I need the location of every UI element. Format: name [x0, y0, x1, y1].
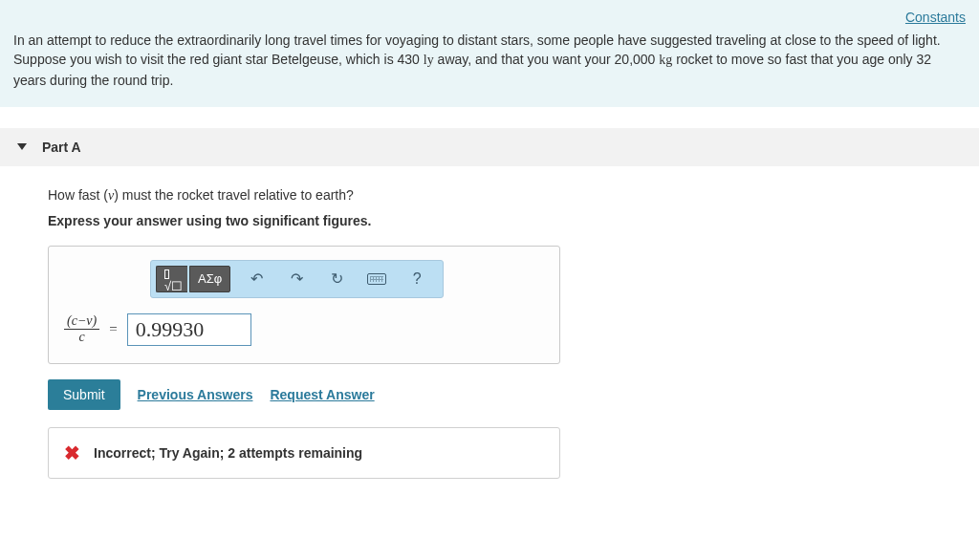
submit-button[interactable]: Submit: [48, 379, 120, 410]
feedback-text: Incorrect; Try Again; 2 attempts remaini…: [94, 445, 362, 461]
templates-button[interactable]: √☐: [156, 266, 187, 292]
redo-button[interactable]: ↷: [280, 266, 313, 292]
caret-down-icon: [17, 143, 27, 150]
reset-icon: ↻: [331, 269, 343, 288]
toolbar-row: √☐ ΑΣφ ↶ ↷ ↻ ?: [49, 247, 559, 308]
unit-kg: kg: [659, 53, 672, 67]
answer-panel: √☐ ΑΣφ ↶ ↷ ↻ ? (c−v) c =: [48, 246, 560, 364]
unit-ly: ly: [424, 53, 434, 67]
math-toolbar: √☐ ΑΣφ ↶ ↷ ↻ ?: [150, 260, 444, 298]
previous-answers-link[interactable]: Previous Answers: [138, 387, 253, 402]
intro-text: In an attempt to reduce the extraordinar…: [13, 31, 966, 90]
undo-button[interactable]: ↶: [240, 266, 272, 292]
question-post: ) must the rocket travel relative to ear…: [114, 187, 354, 203]
constants-link[interactable]: Constants: [905, 10, 966, 25]
redo-icon: ↷: [291, 269, 303, 288]
problem-intro: Constants In an attempt to reduce the ex…: [0, 0, 979, 107]
help-button[interactable]: ?: [401, 266, 433, 292]
keyboard-button[interactable]: [360, 266, 393, 292]
fraction-denominator: c: [64, 330, 99, 345]
keyboard-icon: [367, 273, 386, 285]
request-answer-link[interactable]: Request Answer: [270, 387, 374, 402]
answer-input[interactable]: [127, 313, 251, 346]
reset-button[interactable]: ↻: [320, 266, 353, 292]
input-row: (c−v) c =: [49, 308, 559, 363]
part-header[interactable]: Part A: [0, 128, 979, 166]
templates-icon: √☐: [164, 265, 180, 293]
part-body: How fast (v) must the rocket travel rela…: [0, 166, 979, 488]
question-text: How fast (v) must the rocket travel rela…: [48, 187, 931, 204]
greek-button[interactable]: ΑΣφ: [189, 266, 230, 292]
intro-seg-2: away, and that you want your 20,000: [434, 52, 660, 67]
incorrect-icon: ✖: [64, 442, 80, 464]
equals-sign: =: [109, 321, 117, 337]
constants-row: Constants: [13, 10, 966, 25]
help-icon: ?: [413, 270, 422, 288]
feedback-box: ✖ Incorrect; Try Again; 2 attempts remai…: [48, 427, 560, 479]
actions-row: Submit Previous Answers Request Answer: [48, 379, 931, 410]
instruction-text: Express your answer using two significan…: [48, 213, 931, 228]
part-label: Part A: [42, 140, 81, 155]
question-pre: How fast (: [48, 187, 108, 203]
fraction-numerator: (c−v): [64, 313, 99, 330]
variable-fraction: (c−v) c: [64, 313, 99, 345]
undo-icon: ↶: [250, 269, 263, 288]
